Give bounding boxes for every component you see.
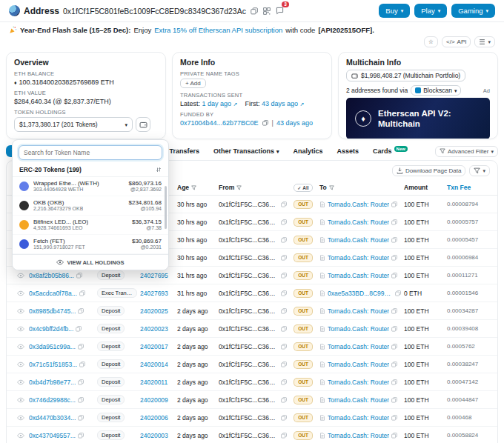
copy-icon[interactable]	[281, 326, 287, 332]
copy-icon[interactable]	[391, 397, 397, 403]
address-value[interactable]: 0x1fCf1F5C801feBc1009FcC8ED9c8349C367d23…	[63, 7, 246, 16]
tx-hash-link[interactable]: 0xb4d7b98e77...	[29, 379, 76, 386]
copy-icon[interactable]	[281, 362, 287, 367]
to-address-link[interactable]: Tornado.Cash: Router	[328, 325, 389, 333]
from-address[interactable]: 0x1fCf1F5C...C367d23Ac	[219, 325, 279, 333]
blockscan-button[interactable]: Blockscan ▾	[411, 85, 461, 96]
token-list-item[interactable]: Bitfinex LED... (LEO) 4,928.74661693 LEO…	[13, 216, 168, 235]
direction-filter-button[interactable]: ✓All	[294, 184, 312, 192]
view-options-button[interactable]: ▾	[474, 36, 495, 47]
ad-banner[interactable]: ♦ Etherscan API V2:Multichain	[346, 98, 490, 139]
token-list-item[interactable]: OKB (OKB) 2,216.36473279 OKB $234,801.68…	[13, 196, 168, 216]
tx-preview-eye-icon[interactable]	[17, 272, 24, 279]
copy-icon[interactable]	[76, 326, 82, 332]
to-address-link[interactable]: Tornado.Cash: Router	[328, 361, 389, 368]
method-badge[interactable]: Exec Transact...	[97, 288, 137, 298]
from-address[interactable]: 0x1fCf1F5C...C367d23Ac	[219, 236, 279, 244]
from-address[interactable]: 0x1fCf1F5C...C367d23Ac	[219, 307, 279, 315]
tx-hash-link[interactable]: 0x71c51f51853...	[29, 361, 77, 368]
block-link[interactable]: 24020009	[140, 396, 168, 404]
qr-code-button[interactable]	[262, 7, 271, 16]
from-address[interactable]: 0x1fCf1F5C...C367d23Ac	[219, 254, 279, 262]
to-address-link[interactable]: Tornado.Cash: Router	[328, 379, 389, 386]
advanced-filter-button[interactable]: Advanced Filter ▾	[435, 146, 498, 157]
tx-hash-link[interactable]: 0x5acdca0f78a...	[29, 290, 77, 297]
from-address[interactable]: 0x1fCf1F5C...C367d23Ac	[219, 343, 279, 350]
token-list-item[interactable]: Fetch (FET) 151,990.9718027 FET $30,869.…	[13, 235, 168, 254]
block-link[interactable]: 24020017	[140, 343, 168, 350]
to-address-link[interactable]: Tornado.Cash: Router	[328, 307, 389, 315]
tx-preview-eye-icon[interactable]	[17, 361, 24, 368]
copy-icon[interactable]	[76, 273, 82, 279]
tx-preview-eye-icon[interactable]	[17, 290, 24, 297]
to-address-link[interactable]: Tornado.Cash: Router	[328, 201, 389, 208]
add-name-tag-button[interactable]: + Add	[180, 79, 206, 88]
tx-preview-eye-icon[interactable]	[17, 396, 24, 404]
favorite-button[interactable]: ☆	[424, 36, 438, 47]
tab-other-transactions[interactable]: Other Transactions▾	[208, 145, 285, 157]
to-address-link[interactable]: Tornado.Cash: Router	[328, 414, 389, 422]
tx-hash-link[interactable]: 0xc437049557...	[29, 432, 76, 439]
copy-icon[interactable]	[281, 255, 287, 261]
token-list-item[interactable]: Wrapped Ethe... (WETH) 303.44064928 WETH…	[13, 177, 168, 196]
tx-preview-eye-icon[interactable]	[17, 379, 24, 386]
from-address[interactable]: 0x1fCf1F5C...C367d23Ac	[219, 201, 279, 208]
token-holdings-select[interactable]: $1,373,380.17 (201 Tokens) ▾	[14, 117, 133, 132]
view-all-holdings-button[interactable]: VIEW ALL HOLDINGS	[13, 254, 168, 270]
copy-icon[interactable]	[281, 344, 287, 350]
copy-icon[interactable]	[281, 237, 287, 243]
from-address[interactable]: 0x1fCf1F5C...C367d23Ac	[219, 361, 279, 368]
copy-icon[interactable]	[281, 290, 287, 296]
filter-icon[interactable]	[191, 185, 196, 190]
method-badge[interactable]: Deposit	[97, 377, 125, 387]
copy-icon[interactable]	[391, 379, 397, 385]
block-link[interactable]: 24027695	[140, 272, 168, 279]
copy-icon[interactable]	[281, 415, 287, 421]
copy-icon[interactable]	[281, 273, 287, 279]
block-link[interactable]: 24020014	[140, 361, 168, 368]
method-badge[interactable]: Deposit	[97, 324, 125, 333]
tx-hash-link[interactable]: 0x746d29988c...	[29, 396, 76, 404]
to-address-link[interactable]: 0xae5a33BD...8C990EE78	[328, 290, 393, 297]
copy-icon[interactable]	[391, 255, 397, 261]
copy-icon[interactable]	[281, 219, 287, 225]
chat-button[interactable]: 3	[275, 6, 285, 16]
copy-funder-button[interactable]	[262, 119, 269, 127]
from-address[interactable]: 0x1fCf1F5C...C367d23Ac	[219, 379, 279, 386]
copy-icon[interactable]	[78, 433, 84, 439]
col-txn-fee[interactable]: Txn Fee	[445, 184, 488, 191]
copy-icon[interactable]	[281, 397, 287, 403]
copy-icon[interactable]	[391, 201, 397, 207]
copy-icon[interactable]	[78, 344, 84, 350]
from-address[interactable]: 0x1fCf1F5C...C367d23Ac	[219, 396, 279, 404]
tx-preview-eye-icon[interactable]	[17, 325, 24, 333]
copy-icon[interactable]	[78, 308, 84, 314]
api-button[interactable]: </>API	[442, 36, 471, 47]
copy-icon[interactable]	[391, 362, 397, 367]
block-link[interactable]: 24020011	[140, 379, 168, 386]
tx-hash-link[interactable]: 0xd4470b3034...	[29, 414, 76, 422]
copy-icon[interactable]	[391, 273, 397, 279]
download-page-data-button[interactable]: Download Page Data	[392, 165, 466, 176]
copy-icon[interactable]	[78, 379, 84, 385]
block-link[interactable]: 24020025	[140, 307, 168, 315]
copy-icon[interactable]	[391, 415, 397, 421]
tx-hash-link[interactable]: 0x8985db4745...	[29, 307, 76, 315]
copy-icon[interactable]	[281, 201, 287, 207]
buy-button[interactable]: Buy▾	[379, 4, 410, 18]
latest-sent-link[interactable]: 1 day ago	[202, 100, 232, 107]
tx-hash-link[interactable]: 0x8af2b05b86...	[29, 272, 74, 279]
tx-preview-eye-icon[interactable]	[17, 414, 24, 422]
tx-hash-link[interactable]: 0x3da951c99a...	[29, 343, 76, 350]
block-link[interactable]: 24020023	[140, 325, 168, 333]
copy-icon[interactable]	[79, 290, 85, 296]
copy-icon[interactable]	[391, 308, 397, 314]
method-badge[interactable]: Deposit	[97, 342, 125, 351]
copy-icon[interactable]	[391, 237, 397, 243]
copy-icon[interactable]	[281, 379, 287, 385]
banner-offer-link[interactable]: Extra 15% off Etherscan API subscription	[154, 26, 282, 34]
copy-icon[interactable]	[391, 219, 397, 225]
token-search-input[interactable]	[19, 145, 162, 160]
method-badge[interactable]: Deposit	[97, 395, 125, 404]
dropdown-scrollbar[interactable]	[165, 186, 167, 229]
